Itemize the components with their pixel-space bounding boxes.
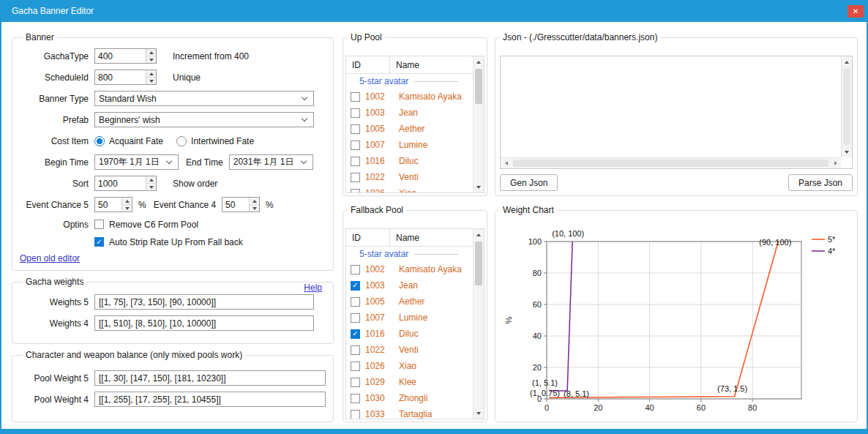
auto-strip-checkbox[interactable] [94, 237, 104, 247]
row-checkbox[interactable] [351, 141, 360, 150]
scrollbar-thumb[interactable] [843, 69, 850, 145]
up-pool-group: Up Pool ID Name 5-star avatar 1002Kamisa… [343, 32, 487, 196]
row-checkbox[interactable] [351, 297, 360, 307]
event-chance4-spinner[interactable]: 50 [222, 197, 260, 212]
list-item[interactable]: 1033Tartaglia [346, 406, 473, 419]
spin-down-button[interactable] [146, 56, 156, 63]
scroll-up-button[interactable] [474, 229, 484, 240]
parse-json-button[interactable]: Parse Json [788, 174, 853, 191]
spin-down-button[interactable] [250, 205, 259, 212]
help-link[interactable]: Help [302, 283, 324, 293]
sort-spinner[interactable]: 1000 [94, 176, 157, 191]
list-item[interactable]: 1026Xiao [346, 358, 473, 374]
list-item[interactable]: 1022Venti [346, 342, 473, 358]
list-item[interactable]: 1005Aether [346, 293, 473, 310]
spin-up-button[interactable] [122, 198, 132, 205]
list-item[interactable]: 1007Lumine [346, 310, 473, 326]
close-button[interactable]: ✕ [848, 5, 864, 18]
gen-json-button[interactable]: Gen Json [500, 174, 558, 191]
list-item[interactable]: 1002Kamisato Ayaka [346, 89, 473, 105]
spin-down-button[interactable] [122, 205, 132, 212]
pool-weight4-input[interactable]: [[1, 255], [17, 255], [21, 10455]] [94, 392, 326, 407]
row-checkbox[interactable] [351, 108, 360, 118]
balance-title: Character and weapon balance (only mixed… [23, 350, 245, 360]
list-item[interactable]: 1030Zhongli [346, 390, 473, 406]
fallback-pool-scrollbar[interactable] [473, 229, 484, 419]
weights5-input[interactable]: [[1, 75], [73, 150], [90, 10000]] [94, 294, 314, 310]
list-item[interactable]: 1016Diluc [346, 326, 473, 342]
cost-item-label: Cost Item [18, 136, 89, 146]
list-item[interactable]: 1016Diluc [346, 153, 473, 169]
spin-up-button[interactable] [146, 70, 156, 78]
json-horizontal-scrollbar[interactable] [501, 157, 841, 168]
banner-type-select[interactable]: Standard Wish [94, 91, 314, 106]
gachatype-spinner[interactable]: 400 [94, 48, 157, 64]
row-checkbox[interactable] [351, 329, 360, 339]
list-item[interactable]: 1005Aether [346, 121, 473, 137]
list-item[interactable]: 1003Jean [346, 277, 473, 293]
spin-up-button[interactable] [146, 176, 156, 184]
scrollbar-thumb[interactable] [475, 69, 482, 104]
scrollbar-thumb[interactable] [513, 160, 828, 167]
row-checkbox[interactable] [351, 378, 360, 387]
list-item[interactable]: 1002Kamisato Ayaka [346, 261, 473, 277]
spin-down-button[interactable] [146, 78, 156, 84]
spin-down-button[interactable] [146, 184, 156, 190]
up-pool-scrollbar[interactable] [473, 56, 484, 192]
spin-up-button[interactable] [250, 198, 259, 205]
json-textarea[interactable] [500, 56, 853, 169]
acquaint-fate-radio[interactable] [94, 136, 105, 146]
avatar-name: Diluc [399, 156, 419, 166]
end-time-picker[interactable]: 2031年 1月 1日 [229, 154, 313, 170]
weights4-input[interactable]: [[1, 510], [8, 510], [10, 10000]] [94, 315, 314, 331]
row-checkbox[interactable] [351, 394, 360, 403]
row-checkbox[interactable] [351, 157, 360, 166]
column-header-name[interactable]: Name [390, 60, 419, 70]
scroll-up-button[interactable] [474, 56, 484, 67]
row-checkbox[interactable] [351, 362, 360, 371]
row-checkbox[interactable] [351, 345, 360, 355]
row-checkbox[interactable] [351, 265, 360, 274]
up-arrow-icon [149, 72, 154, 75]
pool-weight5-input[interactable]: [[1, 30], [147, 150], [181, 10230]] [94, 370, 326, 386]
scroll-down-button[interactable] [474, 182, 484, 192]
scroll-up-button[interactable] [842, 56, 852, 67]
row-checkbox[interactable] [351, 92, 360, 102]
scroll-down-button[interactable] [474, 408, 484, 419]
row-checkbox[interactable] [351, 124, 360, 134]
event-chance5-spinner[interactable]: 50 [94, 197, 132, 212]
scroll-left-button[interactable] [501, 158, 512, 168]
row-checkbox[interactable] [351, 410, 360, 419]
json-vertical-scrollbar[interactable] [841, 56, 852, 157]
column-header-id[interactable]: ID [346, 56, 390, 73]
svg-text:5*: 5* [828, 235, 836, 244]
row-checkbox[interactable] [351, 313, 360, 323]
intertwined-fate-radio[interactable] [176, 136, 187, 146]
begin-time-picker[interactable]: 1970年 1月 1日 [94, 154, 179, 170]
list-item[interactable]: 1022Venti [346, 169, 473, 185]
svg-text:60: 60 [533, 300, 542, 309]
list-item[interactable]: 1007Lumine [346, 137, 473, 153]
scrollbar-thumb[interactable] [475, 242, 482, 285]
scroll-down-button[interactable] [842, 146, 852, 157]
end-time-value: 2031年 1月 1日 [230, 156, 302, 168]
row-checkbox[interactable] [351, 173, 360, 182]
row-checkbox[interactable] [351, 281, 360, 291]
prefab-select[interactable]: Beginners' wish [94, 112, 314, 127]
svg-text:100: 100 [528, 237, 542, 246]
column-header-name[interactable]: Name [390, 233, 419, 243]
scroll-right-button[interactable] [830, 158, 841, 168]
down-arrow-icon [149, 59, 154, 61]
remove-c6-checkbox[interactable] [94, 220, 104, 229]
scheduleid-spinner[interactable]: 800 [94, 70, 157, 85]
titlebar[interactable]: Gacha Banner Editor ✕ [0, 0, 868, 22]
spin-up-button[interactable] [146, 49, 156, 56]
list-item[interactable]: 1029Klee [346, 374, 473, 390]
open-old-editor-link[interactable]: Open old editor [20, 253, 80, 263]
list-item[interactable]: 1026Xiao [346, 185, 473, 193]
pool-weight5-label: Pool Weight 5 [18, 373, 89, 384]
auto-strip-label: Auto Strip Rate Up From Fall back [109, 237, 243, 247]
column-header-id[interactable]: ID [346, 229, 390, 246]
row-checkbox[interactable] [351, 189, 360, 194]
list-item[interactable]: 1003Jean [346, 105, 473, 121]
